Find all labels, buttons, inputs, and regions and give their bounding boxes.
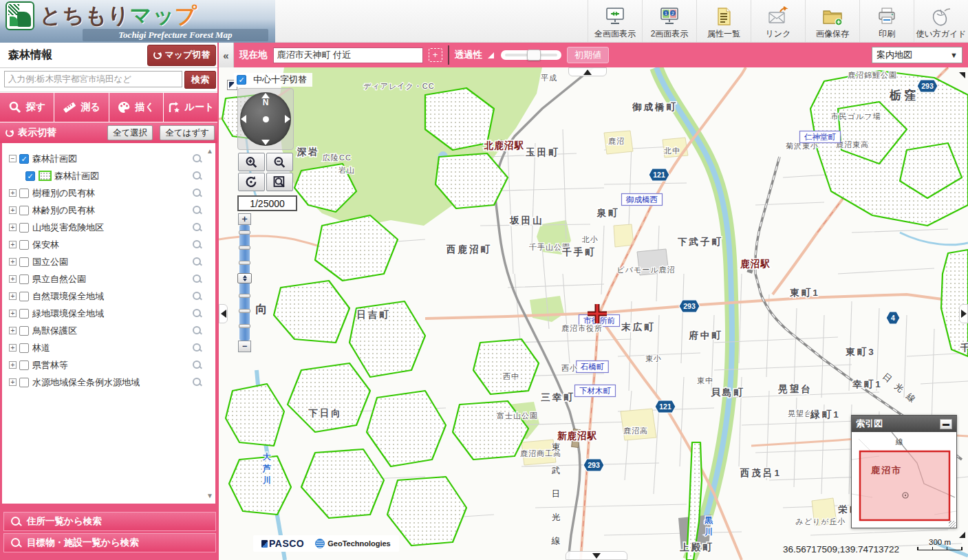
map-nav-buttons bbox=[238, 153, 293, 191]
layer-checkbox[interactable] bbox=[19, 274, 29, 284]
basemap-select[interactable]: 案内地図▼ bbox=[872, 47, 962, 63]
expand-node-icon[interactable]: + bbox=[9, 361, 17, 369]
pan-right-icon[interactable] bbox=[285, 115, 290, 123]
map-label: 市民ゴルフ場 bbox=[831, 112, 881, 120]
layer-checkbox[interactable] bbox=[19, 326, 29, 336]
zoom-out-button[interactable] bbox=[266, 153, 293, 171]
layer-checkbox[interactable] bbox=[19, 257, 29, 267]
index-map-minimize-button[interactable]: ▬ bbox=[940, 419, 952, 429]
pan-south-button[interactable] bbox=[566, 551, 627, 560]
layer-zoom-icon[interactable] bbox=[193, 189, 202, 197]
toolbar-attribute-list-button[interactable]: 属性一覧 bbox=[696, 0, 751, 42]
layer-checkbox[interactable] bbox=[19, 189, 29, 198]
opacity-slider[interactable] bbox=[501, 50, 561, 60]
layer-zoom-icon[interactable] bbox=[193, 343, 202, 352]
layer-zoom-icon[interactable] bbox=[193, 378, 202, 387]
compass-center-dot[interactable] bbox=[263, 116, 269, 122]
layer-checkbox[interactable] bbox=[19, 378, 29, 387]
center-cross-toggle[interactable]: ✓ 中心十字切替 bbox=[234, 73, 312, 87]
tool-draw-button[interactable]: 描く bbox=[109, 93, 163, 122]
layer-zoom-icon[interactable] bbox=[193, 154, 202, 163]
layer-zoom-icon[interactable] bbox=[193, 326, 202, 335]
layer-checkbox[interactable] bbox=[19, 206, 29, 215]
expand-node-icon[interactable]: + bbox=[9, 241, 17, 248]
index-map-titlebar[interactable]: 索引図 ▬ bbox=[852, 416, 956, 432]
zoom-slider-handle[interactable] bbox=[237, 273, 252, 283]
address-list-search-bar[interactable]: 住所一覧から検索 bbox=[3, 512, 216, 531]
layer-zoom-icon[interactable] bbox=[193, 171, 202, 180]
layer-checkbox[interactable] bbox=[19, 240, 29, 250]
select-all-button[interactable]: 全て選択 bbox=[107, 125, 153, 140]
center-cross-checkbox[interactable]: ✓ bbox=[237, 75, 246, 85]
box-zoom-button[interactable] bbox=[266, 173, 293, 191]
map-canvas[interactable]: 2931212934121293 ディアレイク・CC広陵CC深岩岩山平成御成橋町… bbox=[219, 67, 968, 560]
pan-left-icon[interactable] bbox=[241, 115, 246, 123]
index-map-body[interactable]: 線 鹿沼市 bbox=[852, 432, 956, 528]
expand-node-icon[interactable]: + bbox=[9, 327, 17, 334]
layer-zoom-icon[interactable] bbox=[193, 240, 202, 249]
deselect-all-button[interactable]: 全てはずす bbox=[160, 125, 215, 140]
pan-west-button[interactable] bbox=[219, 304, 228, 323]
layer-checkbox[interactable] bbox=[19, 292, 29, 301]
layer-zoom-icon[interactable] bbox=[193, 206, 202, 215]
route-shield-121: 121 bbox=[649, 169, 669, 181]
layer-zoom-icon[interactable] bbox=[193, 257, 202, 266]
expand-node-icon[interactable]: + bbox=[9, 206, 17, 214]
tree-scroll-down-icon[interactable]: ▼ bbox=[206, 492, 213, 499]
address-search-input[interactable] bbox=[4, 71, 182, 87]
toolbar-dual-screen-button[interactable]: 122画面表示 bbox=[642, 0, 696, 42]
pan-up-icon[interactable] bbox=[261, 93, 270, 98]
expand-node-icon[interactable]: + bbox=[9, 378, 17, 386]
map-label: 緑町1 bbox=[810, 409, 841, 420]
sidebar-collapse-button[interactable]: « bbox=[219, 43, 234, 67]
expand-node-icon[interactable]: + bbox=[9, 224, 17, 231]
zoom-slider-minus-button[interactable]: － bbox=[238, 341, 251, 352]
layer-zoom-icon[interactable] bbox=[193, 274, 202, 283]
layer-checkbox[interactable]: ✓ bbox=[25, 171, 35, 181]
landmark-facility-search-bar[interactable]: 目標物・施設一覧から検索 bbox=[3, 533, 216, 552]
zoom-in-button[interactable] bbox=[238, 153, 265, 171]
pan-southeast-icon[interactable] bbox=[959, 520, 965, 532]
pan-north-button[interactable] bbox=[568, 67, 607, 76]
index-map-resize-grip[interactable] bbox=[949, 521, 956, 528]
expand-node-icon[interactable]: + bbox=[9, 258, 17, 266]
expand-node-icon[interactable]: + bbox=[9, 310, 17, 317]
location-input[interactable] bbox=[273, 47, 423, 63]
opacity-slider-handle[interactable] bbox=[527, 50, 541, 61]
tool-find-button[interactable]: 探す bbox=[0, 93, 54, 122]
zoom-slider-track[interactable] bbox=[239, 225, 250, 341]
layer-zoom-icon[interactable] bbox=[193, 223, 202, 232]
layer-checkbox[interactable] bbox=[19, 343, 29, 353]
layer-checkbox[interactable] bbox=[19, 360, 29, 370]
expand-node-icon[interactable]: + bbox=[9, 275, 17, 283]
toolbar-usage-guide-button[interactable]: 使い方ガイド bbox=[914, 0, 968, 42]
reset-view-button[interactable] bbox=[238, 173, 265, 191]
toolbar-save-image-button[interactable]: 画像保存 bbox=[805, 0, 859, 42]
map-compass[interactable]: N bbox=[237, 88, 294, 150]
expand-node-icon[interactable]: + bbox=[9, 344, 17, 352]
expand-node-icon[interactable]: + bbox=[9, 189, 17, 197]
pan-east-button[interactable] bbox=[959, 304, 968, 323]
locate-crosshair-icon[interactable]: + bbox=[429, 48, 442, 62]
layer-zoom-icon[interactable] bbox=[193, 309, 202, 318]
expand-node-icon[interactable]: + bbox=[9, 292, 17, 300]
map-switch-button[interactable]: マップ切替 bbox=[147, 45, 216, 66]
tool-measure-button[interactable]: 測る bbox=[54, 93, 108, 122]
index-map-extent-rect[interactable] bbox=[860, 451, 949, 520]
toolbar-fullscreen-button[interactable]: 全画面表示 bbox=[588, 0, 642, 42]
layer-checkbox[interactable] bbox=[19, 309, 29, 319]
opacity-reset-button[interactable]: 初期値 bbox=[567, 47, 609, 63]
layer-zoom-icon[interactable] bbox=[193, 292, 202, 301]
tool-route-button[interactable]: ルート bbox=[164, 93, 217, 122]
collapse-node-icon[interactable]: − bbox=[9, 155, 17, 162]
layer-zoom-icon[interactable] bbox=[193, 360, 202, 369]
layer-checkbox[interactable] bbox=[19, 223, 29, 233]
toolbar-print-button[interactable]: 印刷 bbox=[859, 0, 914, 42]
search-button[interactable]: 検索 bbox=[184, 71, 216, 89]
pan-down-icon[interactable] bbox=[261, 140, 270, 145]
zoom-slider-plus-button[interactable]: ＋ bbox=[238, 213, 251, 225]
pan-northeast-icon[interactable] bbox=[959, 78, 965, 91]
map-label: 平成 bbox=[541, 74, 557, 82]
layer-checkbox[interactable]: ✓ bbox=[19, 154, 29, 164]
toolbar-link-button[interactable]: リンク bbox=[751, 0, 805, 42]
